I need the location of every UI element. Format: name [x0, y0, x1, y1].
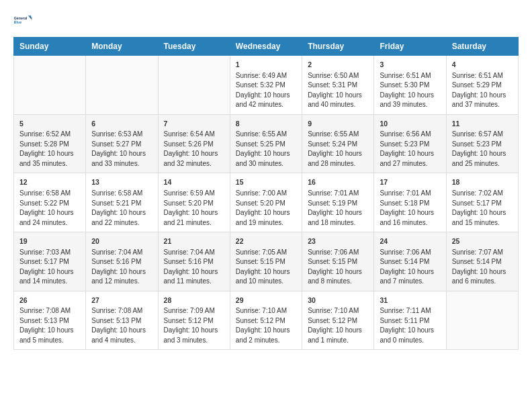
day-content: Sunrise: 7:02 AM Sunset: 5:17 PM Dayligh…	[452, 189, 513, 228]
day-content: Sunrise: 7:10 AM Sunset: 5:12 PM Dayligh…	[236, 306, 296, 345]
day-content: Sunrise: 7:09 AM Sunset: 5:12 PM Dayligh…	[164, 306, 224, 345]
day-content: Sunrise: 6:55 AM Sunset: 5:24 PM Dayligh…	[308, 130, 368, 169]
calendar-day-23: 23Sunrise: 7:06 AM Sunset: 5:15 PM Dayli…	[302, 232, 374, 291]
day-number: 14	[164, 177, 224, 187]
svg-marker-3	[29, 17, 32, 21]
calendar-day-7: 7Sunrise: 6:54 AM Sunset: 5:26 PM Daylig…	[158, 114, 230, 173]
calendar-day-22: 22Sunrise: 7:05 AM Sunset: 5:15 PM Dayli…	[230, 232, 302, 291]
day-content: Sunrise: 6:51 AM Sunset: 5:29 PM Dayligh…	[452, 71, 513, 110]
day-number: 11	[452, 119, 513, 129]
day-number: 26	[19, 295, 80, 306]
day-content: Sunrise: 6:52 AM Sunset: 5:28 PM Dayligh…	[19, 130, 80, 169]
day-content: Sunrise: 6:59 AM Sunset: 5:20 PM Dayligh…	[164, 189, 224, 228]
day-number: 24	[380, 236, 440, 246]
calendar-week-row: 12Sunrise: 6:58 AM Sunset: 5:22 PM Dayli…	[14, 173, 519, 232]
day-content: Sunrise: 7:06 AM Sunset: 5:14 PM Dayligh…	[380, 248, 440, 287]
day-content: Sunrise: 6:58 AM Sunset: 5:21 PM Dayligh…	[91, 189, 152, 228]
day-number: 12	[19, 177, 80, 187]
day-number: 20	[91, 236, 152, 246]
day-number: 4	[452, 60, 513, 70]
weekday-header-monday: Monday	[86, 38, 158, 56]
calendar-day-17: 17Sunrise: 7:01 AM Sunset: 5:18 PM Dayli…	[374, 173, 446, 232]
calendar-day-1: 1Sunrise: 6:49 AM Sunset: 5:32 PM Daylig…	[230, 56, 302, 115]
day-number: 25	[452, 236, 513, 246]
day-content: Sunrise: 6:53 AM Sunset: 5:27 PM Dayligh…	[91, 130, 152, 169]
calendar-table: SundayMondayTuesdayWednesdayThursdayFrid…	[13, 37, 519, 350]
calendar-day-16: 16Sunrise: 7:01 AM Sunset: 5:19 PM Dayli…	[302, 173, 374, 232]
day-content: Sunrise: 7:04 AM Sunset: 5:16 PM Dayligh…	[164, 248, 224, 287]
calendar-day-6: 6Sunrise: 6:53 AM Sunset: 5:27 PM Daylig…	[86, 114, 158, 173]
day-number: 5	[19, 119, 80, 129]
day-number: 30	[308, 295, 368, 306]
weekday-header-tuesday: Tuesday	[158, 38, 230, 56]
calendar-day-2: 2Sunrise: 6:50 AM Sunset: 5:31 PM Daylig…	[302, 56, 374, 115]
day-number: 10	[380, 119, 440, 129]
calendar-week-row: 26Sunrise: 7:08 AM Sunset: 5:13 PM Dayli…	[14, 291, 519, 350]
calendar-day-31: 31Sunrise: 7:11 AM Sunset: 5:11 PM Dayli…	[374, 291, 446, 350]
calendar-day-19: 19Sunrise: 7:03 AM Sunset: 5:17 PM Dayli…	[14, 232, 86, 291]
day-content: Sunrise: 7:01 AM Sunset: 5:19 PM Dayligh…	[308, 189, 368, 228]
calendar-day-11: 11Sunrise: 6:57 AM Sunset: 5:23 PM Dayli…	[446, 114, 518, 173]
day-number: 7	[164, 119, 224, 129]
calendar-day-27: 27Sunrise: 7:08 AM Sunset: 5:13 PM Dayli…	[86, 291, 158, 350]
day-content: Sunrise: 6:54 AM Sunset: 5:26 PM Dayligh…	[164, 130, 224, 169]
weekday-header-wednesday: Wednesday	[230, 38, 302, 56]
day-content: Sunrise: 6:57 AM Sunset: 5:23 PM Dayligh…	[452, 130, 513, 169]
day-number: 18	[452, 177, 513, 187]
weekday-header-sunday: Sunday	[14, 38, 86, 56]
day-content: Sunrise: 7:08 AM Sunset: 5:13 PM Dayligh…	[91, 306, 152, 345]
day-number: 3	[380, 60, 440, 70]
empty-day-cell	[158, 56, 230, 115]
logo-icon: GeneralBlue	[13, 10, 34, 30]
calendar-day-5: 5Sunrise: 6:52 AM Sunset: 5:28 PM Daylig…	[14, 114, 86, 173]
weekday-header-friday: Friday	[374, 38, 446, 56]
calendar-day-30: 30Sunrise: 7:10 AM Sunset: 5:12 PM Dayli…	[302, 291, 374, 350]
calendar-week-row: 19Sunrise: 7:03 AM Sunset: 5:17 PM Dayli…	[14, 232, 519, 291]
day-number: 22	[236, 236, 296, 246]
day-content: Sunrise: 7:11 AM Sunset: 5:11 PM Dayligh…	[380, 306, 440, 345]
day-number: 29	[236, 295, 296, 306]
calendar-day-12: 12Sunrise: 6:58 AM Sunset: 5:22 PM Dayli…	[14, 173, 86, 232]
calendar-day-28: 28Sunrise: 7:09 AM Sunset: 5:12 PM Dayli…	[158, 291, 230, 350]
calendar-day-15: 15Sunrise: 7:00 AM Sunset: 5:20 PM Dayli…	[230, 173, 302, 232]
calendar-day-21: 21Sunrise: 7:04 AM Sunset: 5:16 PM Dayli…	[158, 232, 230, 291]
day-content: Sunrise: 7:00 AM Sunset: 5:20 PM Dayligh…	[236, 189, 296, 228]
day-number: 19	[19, 236, 80, 246]
day-content: Sunrise: 7:05 AM Sunset: 5:15 PM Dayligh…	[236, 248, 296, 287]
day-number: 27	[91, 295, 152, 306]
weekday-header-thursday: Thursday	[302, 38, 374, 56]
day-content: Sunrise: 7:03 AM Sunset: 5:17 PM Dayligh…	[19, 248, 80, 287]
calendar-day-18: 18Sunrise: 7:02 AM Sunset: 5:17 PM Dayli…	[446, 173, 518, 232]
day-number: 9	[308, 119, 368, 129]
calendar-day-13: 13Sunrise: 6:58 AM Sunset: 5:21 PM Dayli…	[86, 173, 158, 232]
page-header: GeneralBlue	[13, 10, 519, 30]
calendar-day-8: 8Sunrise: 6:55 AM Sunset: 5:25 PM Daylig…	[230, 114, 302, 173]
day-content: Sunrise: 7:01 AM Sunset: 5:18 PM Dayligh…	[380, 189, 440, 228]
day-number: 23	[308, 236, 368, 246]
day-content: Sunrise: 6:55 AM Sunset: 5:25 PM Dayligh…	[236, 130, 296, 169]
day-number: 16	[308, 177, 368, 187]
calendar-day-4: 4Sunrise: 6:51 AM Sunset: 5:29 PM Daylig…	[446, 56, 518, 115]
calendar-week-row: 1Sunrise: 6:49 AM Sunset: 5:32 PM Daylig…	[14, 56, 519, 115]
calendar-day-24: 24Sunrise: 7:06 AM Sunset: 5:14 PM Dayli…	[374, 232, 446, 291]
day-content: Sunrise: 6:49 AM Sunset: 5:32 PM Dayligh…	[236, 71, 296, 110]
day-content: Sunrise: 7:04 AM Sunset: 5:16 PM Dayligh…	[91, 248, 152, 287]
day-number: 21	[164, 236, 224, 246]
day-number: 13	[91, 177, 152, 187]
logo: GeneralBlue	[13, 10, 34, 30]
calendar-day-3: 3Sunrise: 6:51 AM Sunset: 5:30 PM Daylig…	[374, 56, 446, 115]
empty-day-cell	[14, 56, 86, 115]
svg-text:Blue: Blue	[14, 20, 21, 24]
calendar-week-row: 5Sunrise: 6:52 AM Sunset: 5:28 PM Daylig…	[14, 114, 519, 173]
day-number: 28	[164, 295, 224, 306]
day-content: Sunrise: 6:58 AM Sunset: 5:22 PM Dayligh…	[19, 189, 80, 228]
day-content: Sunrise: 7:07 AM Sunset: 5:14 PM Dayligh…	[452, 248, 513, 287]
weekday-header-saturday: Saturday	[446, 38, 518, 56]
day-number: 17	[380, 177, 440, 187]
day-content: Sunrise: 6:50 AM Sunset: 5:31 PM Dayligh…	[308, 71, 368, 110]
calendar-day-14: 14Sunrise: 6:59 AM Sunset: 5:20 PM Dayli…	[158, 173, 230, 232]
calendar-day-9: 9Sunrise: 6:55 AM Sunset: 5:24 PM Daylig…	[302, 114, 374, 173]
day-content: Sunrise: 6:56 AM Sunset: 5:23 PM Dayligh…	[380, 130, 440, 169]
weekday-header-row: SundayMondayTuesdayWednesdayThursdayFrid…	[14, 38, 519, 56]
calendar-day-20: 20Sunrise: 7:04 AM Sunset: 5:16 PM Dayli…	[86, 232, 158, 291]
